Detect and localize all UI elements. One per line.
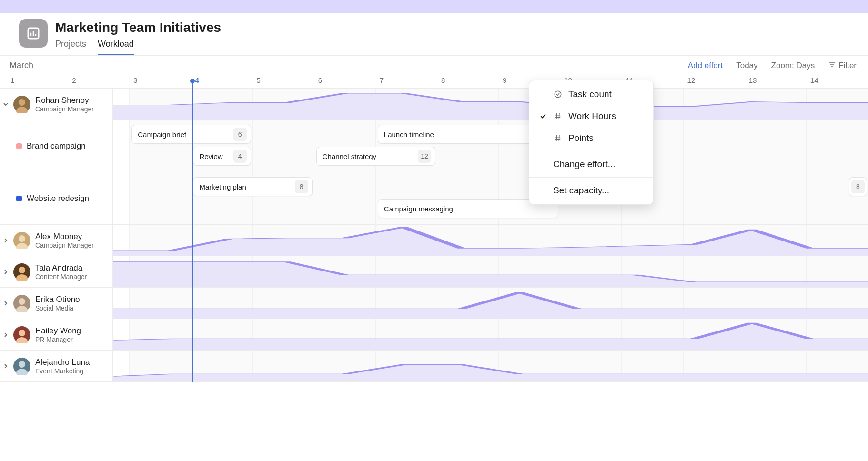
task-name: Marketing plan: [199, 183, 291, 191]
workload-chart: [113, 351, 868, 381]
person-row: Alejandro Luna Event Marketing: [0, 351, 868, 382]
menu-item-set-capacity[interactable]: Set capacity...: [529, 180, 653, 201]
person-row: Rohan Shenoy Campaign Manager: [0, 89, 868, 120]
project-color-dot: [16, 143, 22, 149]
day-cell[interactable]: 6: [314, 73, 376, 88]
tasks-layer: Marketing plan8Campaign messaging8: [113, 172, 868, 224]
svg-line-29: [559, 113, 559, 119]
zoom-button[interactable]: Zoom: Days: [771, 61, 815, 70]
menu-item-points[interactable]: Points: [529, 127, 653, 149]
hash-icon: [553, 112, 563, 120]
filter-button[interactable]: Filter: [828, 60, 857, 70]
menu-item-change-effort[interactable]: Change effort...: [529, 153, 653, 175]
day-cell[interactable]: 8: [437, 73, 499, 88]
task-name: Channel strategy: [323, 152, 414, 160]
svg-point-17: [19, 298, 25, 305]
menu-item-task-count[interactable]: Task count: [529, 83, 653, 105]
avatar: [13, 295, 30, 312]
tab-projects[interactable]: Projects: [55, 39, 86, 55]
svg-point-25: [555, 91, 561, 98]
menu-item-work-hours[interactable]: Work Hours: [529, 105, 653, 127]
task-effort-badge: 4: [233, 150, 247, 163]
workload-chart: [113, 256, 868, 287]
checkmark-icon: [539, 112, 547, 120]
person-name: Tala Andrada: [35, 263, 87, 273]
workload-chart: [113, 225, 868, 256]
chevron-down-icon[interactable]: [1, 101, 10, 107]
day-cell[interactable]: 5: [253, 73, 314, 88]
day-cell[interactable]: 7: [376, 73, 437, 88]
top-accent-band: [0, 0, 868, 13]
task-effort-badge: 6: [233, 128, 247, 141]
chevron-right-icon[interactable]: [1, 269, 10, 275]
task-card[interactable]: 8: [849, 177, 867, 196]
svg-line-32: [556, 135, 557, 141]
tab-workload[interactable]: Workload: [98, 39, 134, 55]
task-card[interactable]: Channel strategy12: [316, 147, 435, 166]
task-card[interactable]: Marketing plan8: [193, 177, 312, 196]
svg-line-33: [559, 135, 559, 141]
avatar: [13, 96, 30, 113]
timeline: 1234567891011121314 Rohan Shenoy Campaig…: [0, 73, 868, 382]
avatar: [13, 232, 30, 249]
day-cell[interactable]: 3: [130, 73, 191, 88]
add-effort-button[interactable]: Add effort: [688, 61, 723, 70]
menu-divider: [529, 177, 653, 178]
effort-dropdown-menu: Task count Work Hours Points Change effo…: [529, 80, 654, 205]
day-cell[interactable]: 13: [745, 73, 807, 88]
project-name: Brand campaign: [27, 141, 86, 151]
svg-point-11: [19, 235, 25, 242]
svg-point-14: [19, 267, 25, 273]
task-effort-badge: 8: [295, 180, 308, 193]
task-card[interactable]: Campaign brief6: [131, 125, 251, 144]
day-cell[interactable]: 14: [807, 73, 868, 88]
workload-chart: [113, 89, 868, 120]
chevron-right-icon[interactable]: [1, 301, 10, 306]
project-name: Website redesign: [27, 194, 89, 203]
day-cell[interactable]: 2: [68, 73, 130, 88]
person-name: Erika Otieno: [35, 295, 80, 304]
person-row: Erika Otieno Social Media: [0, 288, 868, 319]
chevron-right-icon[interactable]: [1, 238, 10, 243]
avatar: [13, 326, 30, 343]
page-title: Marketing Team Initiatives: [55, 20, 221, 35]
filter-icon: [828, 60, 836, 70]
task-name: Review: [199, 152, 229, 160]
rows-container: Rohan Shenoy Campaign Manager Brand camp…: [0, 89, 868, 382]
page-header: Marketing Team Initiatives Projects Work…: [0, 13, 868, 56]
project-row: Website redesign Marketing plan8Campaign…: [0, 172, 868, 225]
day-cell[interactable]: 1: [7, 73, 68, 88]
workload-chart: [113, 288, 868, 319]
project-row: Brand campaign Campaign brief6Review4Lau…: [0, 120, 868, 172]
menu-label: Work Hours: [568, 111, 616, 121]
person-row: Tala Andrada Content Manager: [0, 256, 868, 288]
workload-chart: [113, 319, 868, 350]
person-name: Alejandro Luna: [35, 358, 90, 367]
task-name: Campaign brief: [138, 130, 229, 139]
person-role: Event Marketing: [35, 367, 90, 375]
today-button[interactable]: Today: [736, 61, 757, 70]
filter-label: Filter: [838, 61, 857, 70]
chevron-right-icon[interactable]: [1, 363, 10, 369]
person-name: Rohan Shenoy: [35, 96, 94, 105]
menu-label: Change effort...: [553, 159, 616, 170]
person-name: Hailey Wong: [35, 326, 81, 336]
task-effort-badge: 12: [418, 150, 431, 163]
project-color-dot: [16, 196, 22, 201]
svg-line-28: [556, 113, 557, 119]
hash-icon: [553, 134, 563, 142]
menu-label: Set capacity...: [553, 185, 609, 196]
day-cell[interactable]: 12: [684, 73, 745, 88]
avatar: [13, 358, 30, 375]
day-cell[interactable]: 4: [191, 73, 252, 88]
chevron-right-icon[interactable]: [1, 332, 10, 338]
portfolio-icon: [19, 19, 48, 48]
person-role: Social Media: [35, 304, 80, 312]
menu-label: Points: [568, 133, 594, 143]
toolbar: March Add effort Today Zoom: Days Filter: [0, 56, 868, 73]
grid-area: Rohan Shenoy Campaign Manager Brand camp…: [0, 89, 868, 382]
person-role: Campaign Manager: [35, 241, 94, 249]
task-card[interactable]: Review4: [193, 147, 251, 166]
task-name: Campaign messaging: [384, 205, 554, 213]
tasks-layer: Campaign brief6Review4Launch timelineCha…: [113, 120, 868, 172]
